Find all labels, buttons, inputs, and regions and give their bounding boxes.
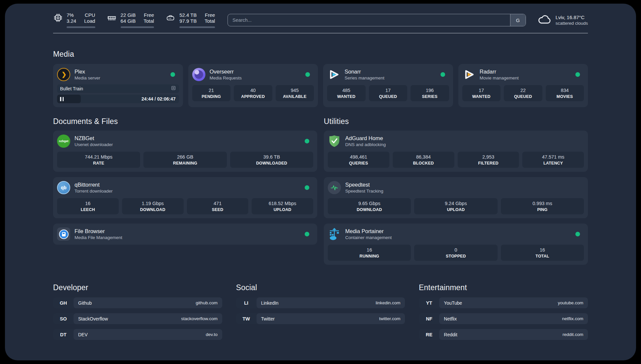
speedtest-card[interactable]: Speedtest Speedtest Tracking 9.65 Gbps D… — [324, 177, 588, 218]
sonarr-card[interactable]: Sonarr Series management 485 WANTED 17 Q… — [323, 64, 453, 107]
nzbget-card[interactable]: nzbget NZBGet Usenet downloader 744.21 M… — [53, 131, 317, 172]
bookmark-github[interactable]: GH Githubgithub.com — [53, 297, 222, 308]
stat-box: 86,384 BLOCKED — [393, 152, 454, 168]
cpu-load-value: 3.24 — [67, 18, 76, 24]
cpu-load-label: Load — [84, 18, 95, 24]
bookmark-group-developer: Developer GH Githubgithub.com SO StackOv… — [53, 283, 222, 345]
stat-label: FILTERED — [459, 161, 518, 166]
stat-box: 266 GB REMAINING — [143, 152, 227, 168]
bookmark-abbr: TW — [236, 313, 257, 324]
qbittorrent-icon: qb — [57, 181, 70, 194]
stat-value: 39.6 TB — [231, 154, 312, 160]
search-engine-badge[interactable]: G — [510, 14, 526, 26]
stat-label: RUNNING — [329, 254, 410, 259]
cpu-usage-value: 7% — [67, 12, 76, 18]
stat-value: 17 — [464, 87, 500, 93]
stat-value: 40 — [235, 87, 271, 93]
plex-progress-time: 24:44 / 02:06:47 — [141, 95, 176, 103]
disk-progress-bar — [179, 26, 215, 28]
memory-monitor: 22 GiB 64 GiB Free Total — [107, 12, 154, 28]
sonarr-subtitle: Series management — [345, 75, 436, 81]
bookmark-abbr: YT — [419, 297, 439, 308]
plex-progress-fill — [57, 95, 81, 103]
bookmark-name: Reddit — [444, 332, 457, 337]
stat-label: STOPPED — [415, 254, 496, 259]
overseerr-icon — [192, 68, 205, 81]
plex-card[interactable]: ❯ Plex Media server Bullet Train — [53, 64, 183, 107]
overseerr-card[interactable]: Overseerr Media Requests 21 PENDING 40 A… — [188, 64, 318, 107]
media-section-heading: Media — [53, 50, 588, 59]
filebrowser-subtitle: Media File Management — [75, 235, 300, 240]
radarr-stats: 17 WANTED 22 QUEUED 834 MOVIES — [462, 85, 584, 101]
nzbget-name: NZBGet — [75, 135, 300, 141]
stat-box: 945 AVAILABLE — [276, 85, 314, 101]
bookmark-stackoverflow[interactable]: SO StackOverflowstackoverflow.com — [53, 313, 222, 324]
disk-total-value: 97.9 TB — [179, 18, 197, 24]
bookmark-linkedin[interactable]: LI LinkedInlinkedin.com — [236, 297, 405, 308]
stat-label: QUERIES — [329, 161, 388, 166]
bookmark-name: StackOverflow — [78, 316, 108, 321]
stat-label: UPLOAD — [415, 207, 496, 212]
adguard-header: AdGuard Home DNS and adblocking — [328, 135, 584, 148]
stat-label: SERIES — [412, 94, 448, 99]
stat-box: 16 LEECH — [57, 198, 119, 214]
stat-value: 471 — [188, 200, 247, 206]
stat-value: 0 — [415, 247, 496, 253]
stat-label: REMAINING — [145, 161, 225, 166]
cast-icon[interactable] — [171, 85, 176, 92]
bookmark-name: LinkedIn — [261, 300, 279, 306]
ram-icon — [107, 13, 117, 24]
disk-free-label: Free — [204, 12, 215, 18]
filebrowser-card[interactable]: File Browser Media File Management — [53, 224, 317, 245]
radarr-card[interactable]: Radarr Movie management 17 WANTED 22 QUE… — [458, 64, 588, 107]
plex-status-dot — [170, 72, 175, 77]
stat-box: 471 SEED — [187, 198, 249, 214]
memory-total-label: Total — [143, 18, 154, 24]
stat-box: 0.993 ms PING — [501, 198, 584, 214]
adguard-card[interactable]: AdGuard Home DNS and adblocking 498,461 … — [324, 131, 588, 172]
stat-value: 485 — [328, 87, 364, 93]
pause-button[interactable] — [60, 97, 64, 101]
stat-label: BLOCKED — [394, 161, 453, 166]
portainer-subtitle: Container management — [345, 235, 571, 240]
portainer-card[interactable]: Media Portainer Container management 16 … — [324, 224, 588, 265]
bookmark-abbr: GH — [53, 297, 74, 308]
bookmark-reddit[interactable]: RE Redditreddit.com — [419, 329, 588, 340]
plex-progress-bar[interactable]: 24:44 / 02:06:47 — [57, 95, 179, 103]
bookmark-url: linkedin.com — [376, 300, 400, 305]
speedtest-pulse-icon — [328, 181, 341, 194]
plex-icon: ❯ — [57, 68, 70, 81]
radarr-name: Radarr — [480, 68, 571, 75]
bookmark-twitter[interactable]: TW Twittertwitter.com — [236, 313, 405, 324]
overseerr-header: Overseerr Media Requests — [192, 68, 314, 81]
bookmark-dev[interactable]: DT DEVdev.to — [53, 329, 222, 340]
bookmark-url: dev.to — [206, 332, 218, 337]
search-bar[interactable]: G — [228, 14, 526, 26]
stat-label: MOVIES — [547, 94, 583, 99]
stat-label: SEED — [188, 207, 247, 212]
qbittorrent-name: qBittorrent — [75, 181, 300, 188]
portainer-name: Media Portainer — [345, 228, 571, 234]
stat-value: 9.24 Gbps — [415, 200, 496, 206]
sonarr-name: Sonarr — [345, 68, 436, 75]
bookmark-name: DEV — [78, 332, 88, 337]
filebrowser-header: File Browser Media File Management — [57, 228, 313, 241]
qbittorrent-card[interactable]: qb qBittorrent Torrent downloader 16 LEE… — [53, 177, 317, 218]
bookmark-youtube[interactable]: YT YouTubeyoutube.com — [419, 297, 588, 308]
overseerr-subtitle: Media Requests — [210, 75, 301, 81]
bookmark-netflix[interactable]: NF Netflixnetflix.com — [419, 313, 588, 324]
qbittorrent-status-dot — [305, 185, 309, 190]
nzbget-stats: 744.21 Mbps RATE 266 GB REMAINING 39.6 T… — [57, 152, 313, 168]
weather-condition: scattered clouds — [556, 20, 588, 26]
nzbget-icon: nzbget — [57, 135, 70, 148]
stat-box: 2,953 FILTERED — [458, 152, 519, 168]
speedtest-stats: 9.65 Gbps DOWNLOAD 9.24 Gbps UPLOAD 0.99… — [328, 198, 584, 214]
stat-box: 1.19 Gbps DOWNLOAD — [122, 198, 184, 214]
entertainment-heading: Entertainment — [419, 283, 588, 292]
adguard-shield-icon — [328, 135, 341, 148]
bookmark-abbr: RE — [419, 329, 439, 340]
sonarr-status-dot — [441, 72, 445, 77]
search-input[interactable] — [228, 14, 510, 26]
bookmark-abbr: NF — [419, 313, 439, 324]
qbittorrent-header: qb qBittorrent Torrent downloader — [57, 181, 313, 194]
